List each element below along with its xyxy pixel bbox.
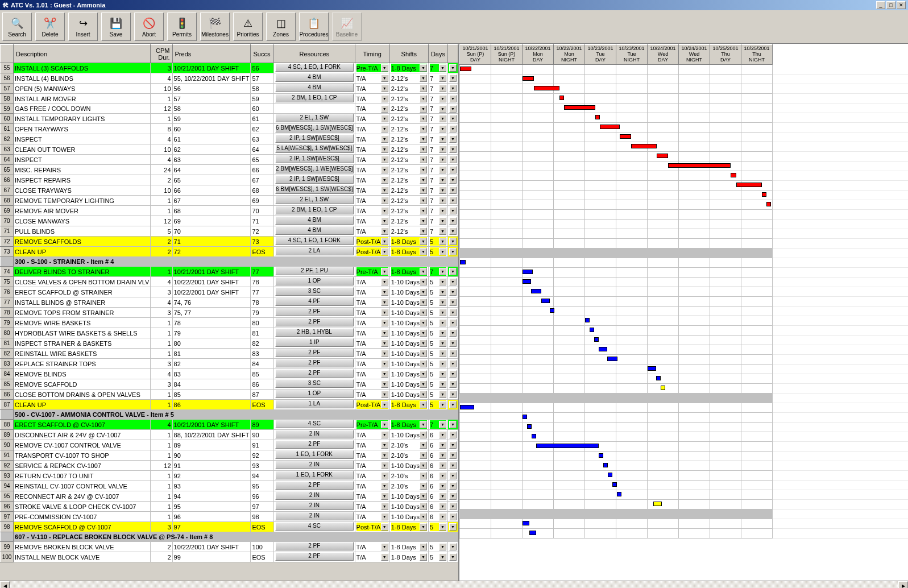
- dropdown-arrow-icon[interactable]: ▼: [420, 360, 427, 367]
- dropdown-arrow-icon[interactable]: ▼: [439, 441, 446, 449]
- dropdown-arrow-icon[interactable]: ▼: [439, 95, 446, 102]
- dropdown-arrow-icon[interactable]: ▼: [420, 513, 427, 520]
- dropdown-arrow-icon[interactable]: ▼: [420, 95, 427, 102]
- dropdown-arrow-icon[interactable]: ▼: [381, 207, 388, 214]
- col-cpm[interactable]: CPM Dur.: [151, 45, 172, 63]
- cell-succs[interactable]: 77: [251, 267, 274, 277]
- cell-preds[interactable]: 66: [172, 185, 251, 196]
- dropdown-arrow-icon[interactable]: ▼: [381, 187, 388, 194]
- gantt-bar[interactable]: [594, 337, 599, 342]
- gantt-bar[interactable]: [559, 96, 564, 100]
- gantt-bar[interactable]: [536, 444, 599, 448]
- dropdown-arrow-icon[interactable]: ▼: [439, 207, 446, 214]
- cell-duration[interactable]: 1: [151, 94, 172, 104]
- gantt-bar[interactable]: [766, 202, 771, 206]
- cell-duration[interactable]: 24: [151, 165, 172, 175]
- cell-resources[interactable]: 4 BM: [274, 226, 355, 237]
- resource-button[interactable]: 2 BM, 1 EO, 1 CP: [275, 206, 354, 214]
- cell-resources[interactable]: 6 BM[WESC$], 1 SW[WESC$]: [274, 124, 355, 134]
- cell-duration[interactable]: 1: [151, 328, 172, 338]
- gantt-date-header[interactable]: 10/23/2001TueDAY: [585, 45, 616, 65]
- dropdown-arrow-icon[interactable]: ▼: [381, 339, 388, 347]
- cell-succs[interactable]: 78: [251, 297, 274, 308]
- dropdown-arrow-icon[interactable]: ▼: [420, 309, 427, 316]
- dropdown-arrow-icon[interactable]: ▼: [420, 105, 427, 113]
- col-succs[interactable]: Succs: [251, 45, 274, 63]
- cell-succs[interactable]: 89: [251, 420, 274, 430]
- procedures-button[interactable]: 📋Procedures: [299, 13, 329, 41]
- cell-succs[interactable]: 59: [251, 94, 274, 104]
- dropdown-arrow-icon[interactable]: ▼: [381, 248, 388, 255]
- dropdown-arrow-icon[interactable]: ▼: [449, 187, 457, 194]
- cell-description[interactable]: MISC. REPAIRS: [14, 165, 151, 175]
- row-number[interactable]: 87: [1, 400, 14, 410]
- cell-preds[interactable]: 90: [172, 450, 251, 461]
- row-number[interactable]: 78: [1, 308, 14, 318]
- row-number[interactable]: 79: [1, 318, 14, 328]
- cell-resources[interactable]: 3 SC: [274, 379, 355, 390]
- cell-description[interactable]: TRANSPORT CV-1007 TO SHOP: [14, 450, 151, 461]
- cell-duration[interactable]: 3: [151, 63, 172, 73]
- dropdown-arrow-icon[interactable]: ▼: [381, 360, 388, 367]
- dropdown-arrow-icon[interactable]: ▼: [381, 553, 388, 561]
- row-number[interactable]: 55: [1, 63, 14, 73]
- scroll-left-button[interactable]: ◀: [0, 581, 10, 588]
- dropdown-arrow-icon[interactable]: ▼: [381, 452, 388, 459]
- dropdown-arrow-icon[interactable]: ▼: [381, 176, 388, 184]
- cell-succs[interactable]: 71: [251, 216, 274, 226]
- cell-resources[interactable]: 2 PF: [274, 318, 355, 328]
- cell-description[interactable]: INSPECT: [14, 155, 151, 165]
- dropdown-arrow-icon[interactable]: ▼: [449, 278, 457, 285]
- cell-preds[interactable]: 96: [172, 512, 251, 522]
- dropdown-arrow-icon[interactable]: ▼: [420, 115, 427, 122]
- cell-duration[interactable]: 12: [151, 104, 172, 114]
- cell-preds[interactable]: 86: [172, 400, 251, 410]
- dropdown-arrow-icon[interactable]: ▼: [381, 380, 388, 388]
- resource-button[interactable]: 3 SC: [275, 287, 354, 296]
- task-row[interactable]: 56INSTALL (4) BLINDS455, 10/22/2001 DAY …: [1, 73, 458, 84]
- dropdown-arrow-icon[interactable]: ▼: [381, 268, 388, 275]
- row-number[interactable]: 92: [1, 461, 14, 471]
- dropdown-arrow-icon[interactable]: ▼: [381, 146, 388, 153]
- gantt-date-header[interactable]: 10/21/2001Sun (P)NIGHT: [491, 45, 523, 65]
- row-number[interactable]: 64: [1, 155, 14, 165]
- delete-button[interactable]: ✂️Delete: [35, 13, 65, 41]
- dropdown-arrow-icon[interactable]: ▼: [439, 135, 446, 143]
- task-row[interactable]: 80HYDROBLAST WIRE BASKETS & SHELLS179812…: [1, 328, 458, 338]
- cell-preds[interactable]: 78: [172, 318, 251, 328]
- resource-button[interactable]: 2 LA: [275, 247, 354, 255]
- cell-preds[interactable]: 67: [172, 196, 251, 206]
- task-row[interactable]: 99REMOVE BROKEN BLOCK VALVE210/22/2001 D…: [1, 542, 458, 552]
- dropdown-arrow-icon[interactable]: ▼: [439, 391, 446, 398]
- dropdown-arrow-icon[interactable]: ▼: [449, 339, 457, 347]
- cell-description[interactable]: ERECT SCAFFOLD @ CV-1007: [14, 420, 151, 430]
- gantt-chart[interactable]: 10/21/2001Sun (P)DAY10/21/2001Sun (P)NIG…: [459, 44, 908, 581]
- cell-succs[interactable]: 93: [251, 461, 274, 471]
- dropdown-arrow-icon[interactable]: ▼: [381, 156, 388, 163]
- cell-preds[interactable]: 10/22/2001 DAY SHIFT: [172, 287, 251, 297]
- dropdown-arrow-icon[interactable]: ▼: [420, 125, 427, 132]
- dropdown-arrow-icon[interactable]: ▼: [381, 391, 388, 398]
- dropdown-arrow-icon[interactable]: ▼: [381, 543, 388, 550]
- dropdown-arrow-icon[interactable]: ▼: [449, 227, 457, 235]
- resource-button[interactable]: 1 IP: [275, 338, 354, 347]
- dropdown-arrow-icon[interactable]: ▼: [381, 105, 388, 113]
- resource-button[interactable]: 4 SC, 1 EO, 1 FORK: [275, 237, 354, 245]
- resource-button[interactable]: 4 BM: [275, 226, 354, 235]
- dropdown-arrow-icon[interactable]: ▼: [420, 350, 427, 357]
- task-row[interactable]: 92SERVICE & REPACK CV-10071291932 INT/A▼…: [1, 461, 458, 471]
- resource-button[interactable]: 2 EL, 1 SW: [275, 196, 354, 204]
- cell-succs[interactable]: EOS: [251, 247, 274, 257]
- dropdown-arrow-icon[interactable]: ▼: [439, 238, 446, 245]
- gantt-bar[interactable]: [661, 386, 665, 390]
- cell-succs[interactable]: 69: [251, 196, 274, 206]
- gantt-bar[interactable]: [648, 366, 656, 371]
- cell-duration[interactable]: 1: [151, 206, 172, 216]
- row-number[interactable]: 74: [1, 267, 14, 277]
- row-number[interactable]: 86: [1, 390, 14, 400]
- resource-button[interactable]: 2 IN: [275, 461, 354, 469]
- cell-duration[interactable]: 1: [151, 114, 172, 124]
- cell-preds[interactable]: 58: [172, 104, 251, 114]
- gantt-bar[interactable]: [599, 347, 607, 351]
- resource-button[interactable]: 6 BM[WESC$], 1 SW[WESC$]: [275, 124, 354, 132]
